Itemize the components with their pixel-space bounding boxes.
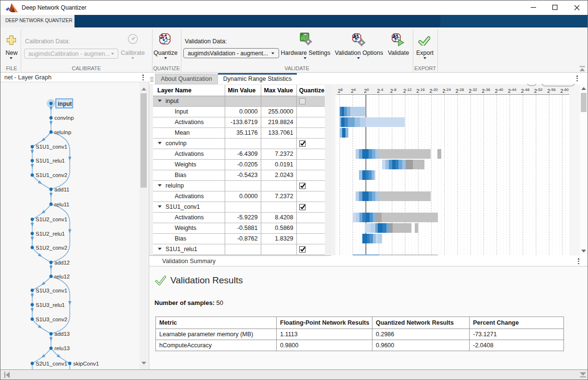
svg-text:input: input [58, 101, 72, 107]
svg-text:S1U2_conv1: S1U2_conv1 [36, 216, 67, 222]
svg-text:relu13: relu13 [54, 345, 70, 351]
svg-text:S1U3_conv2: S1U3_conv2 [36, 317, 67, 322]
svg-text:S1U2_relu1: S1U2_relu1 [36, 231, 65, 237]
svg-text:add12: add12 [54, 260, 70, 266]
svg-text:reluInp: reluInp [54, 129, 71, 135]
svg-text:add11: add11 [54, 187, 69, 192]
svg-text:S1U1_relu1: S1U1_relu1 [36, 158, 65, 164]
svg-text:skipConv1: skipConv1 [73, 361, 99, 367]
svg-text:S1U1_conv2: S1U1_conv2 [36, 172, 67, 178]
svg-text:relu12: relu12 [54, 274, 70, 279]
svg-text:S1U3_relu1: S1U3_relu1 [36, 302, 65, 308]
svg-text:add13: add13 [54, 331, 70, 337]
svg-text:S1U2_conv2: S1U2_conv2 [36, 245, 67, 251]
svg-text:S2U1_conv1: S2U1_conv1 [36, 361, 67, 367]
svg-text:S1U1_conv1: S1U1_conv1 [36, 144, 67, 150]
svg-text:relu11: relu11 [54, 202, 69, 207]
svg-text:S1U3_conv1: S1U3_conv1 [36, 288, 67, 293]
svg-text:convInp: convInp [54, 115, 74, 121]
